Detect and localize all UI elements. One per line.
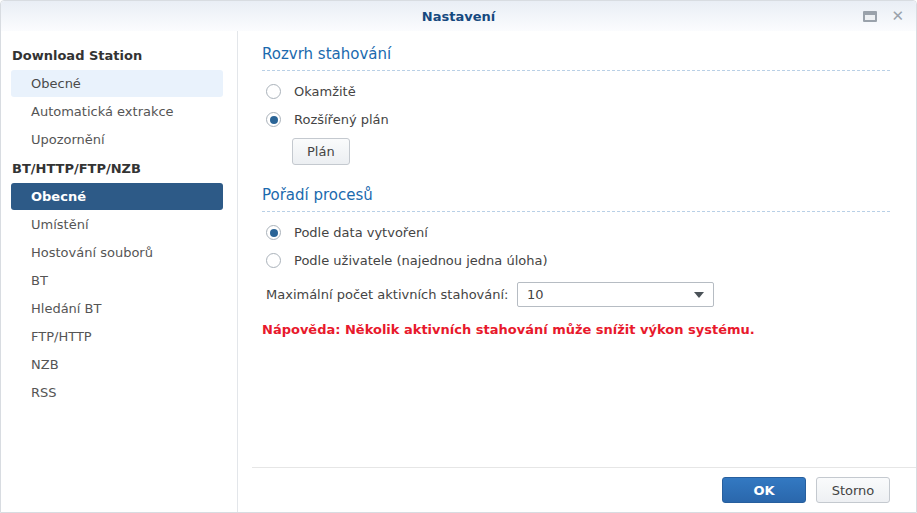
- close-icon[interactable]: ✕: [891, 9, 904, 24]
- chevron-down-icon: [694, 292, 704, 298]
- max-active-downloads-select[interactable]: 10: [517, 282, 714, 307]
- max-active-downloads-label: Maximální počet aktivních stahování:: [266, 287, 517, 302]
- radio-checked-icon[interactable]: [266, 225, 281, 240]
- radio-immediate-label: Okamžitě: [294, 84, 356, 99]
- section-title-download-schedule: Rozvrh stahování: [262, 41, 890, 71]
- dialog-footer: OK Storno: [252, 467, 916, 512]
- sidebar-item-umisteni[interactable]: Umístění: [11, 211, 223, 238]
- help-note: Nápověda: Několik aktivních stahování mů…: [262, 322, 890, 337]
- sidebar: Download Station Obecné Automatická extr…: [1, 31, 238, 512]
- radio-by-user[interactable]: Podle uživatele (najednou jedna úloha): [266, 253, 890, 268]
- titlebar: Nastavení ✕: [1, 1, 916, 31]
- sidebar-item-ftp-http[interactable]: FTP/HTTP: [11, 323, 223, 350]
- radio-immediate[interactable]: Okamžitě: [266, 84, 890, 99]
- sidebar-item-bt[interactable]: BT: [11, 267, 223, 294]
- sidebar-item-obecne-download-station[interactable]: Obecné: [11, 70, 223, 97]
- sidebar-item-hledani-bt[interactable]: Hledání BT: [11, 295, 223, 322]
- sidebar-item-nzb[interactable]: NZB: [11, 351, 223, 378]
- radio-icon[interactable]: [266, 253, 281, 268]
- radio-by-user-label: Podle uživatele (najednou jedna úloha): [294, 253, 547, 268]
- dialog-title: Nastavení: [422, 9, 495, 24]
- minimize-restore-icon[interactable]: [863, 11, 877, 22]
- sidebar-group-bt-http-ftp-nzb: BT/HTTP/FTP/NZB: [1, 154, 237, 182]
- sidebar-item-rss[interactable]: RSS: [11, 379, 223, 406]
- radio-checked-icon[interactable]: [266, 112, 281, 127]
- sidebar-group-download-station: Download Station: [1, 41, 237, 69]
- plan-button[interactable]: Plán: [292, 138, 350, 165]
- radio-by-created-date[interactable]: Podle data vytvoření: [266, 225, 890, 240]
- dialog-body: Download Station Obecné Automatická extr…: [1, 31, 916, 512]
- sidebar-item-automaticka-extrakce[interactable]: Automatická extrakce: [11, 98, 223, 125]
- ok-button[interactable]: OK: [722, 477, 806, 503]
- select-value: 10: [527, 287, 694, 302]
- settings-panel: Rozvrh stahování Okamžitě Rozšířený plán…: [238, 31, 916, 512]
- window-controls: ✕: [863, 1, 904, 31]
- section-title-process-order: Pořadí procesů: [262, 182, 890, 212]
- radio-icon[interactable]: [266, 84, 281, 99]
- max-active-downloads-row: Maximální počet aktivních stahování: 10: [266, 282, 890, 307]
- radio-advanced-schedule[interactable]: Rozšířený plán: [266, 112, 890, 127]
- sidebar-item-hostovani-souboru[interactable]: Hostování souborů: [11, 239, 223, 266]
- radio-by-created-date-label: Podle data vytvoření: [294, 225, 428, 240]
- sidebar-item-upozorneni[interactable]: Upozornění: [11, 126, 223, 153]
- cancel-button[interactable]: Storno: [816, 477, 890, 503]
- settings-dialog: Nastavení ✕ Download Station Obecné Auto…: [0, 0, 917, 513]
- sidebar-item-obecne-bt[interactable]: Obecné: [11, 183, 223, 210]
- radio-advanced-schedule-label: Rozšířený plán: [294, 112, 389, 127]
